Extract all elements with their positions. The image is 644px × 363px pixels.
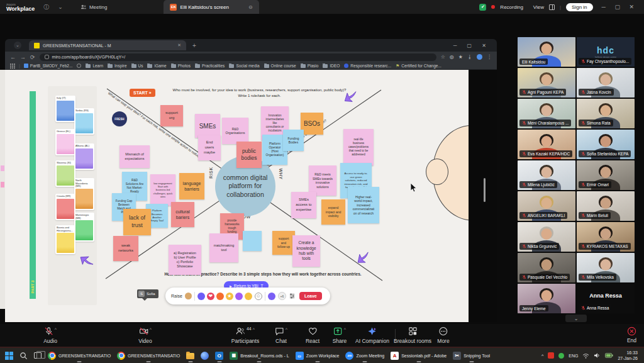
bookmark-star-icon[interactable]: ☆ bbox=[441, 54, 445, 60]
participant-tile[interactable]: KYRIAKOS METAXAS bbox=[577, 222, 635, 252]
sticky-note[interactable]: lack of trust bbox=[123, 209, 151, 235]
tab-shared-screen[interactable]: EK Elli Kaltsidou's screen ⊖ bbox=[164, 0, 258, 14]
more-button[interactable]: More bbox=[437, 327, 449, 344]
bookmark-item[interactable]: Social media bbox=[229, 64, 259, 68]
bookmark-item[interactable]: Responsible researc... bbox=[344, 64, 391, 68]
sticky-note[interactable]: Higher real- world impact, increased com… bbox=[348, 187, 379, 223]
participant-tile[interactable]: Sofia Stefanidou KEPA bbox=[577, 130, 635, 159]
sticky-note[interactable]: BSOs bbox=[301, 113, 323, 135]
filters-icon[interactable] bbox=[289, 293, 296, 299]
sticky-note[interactable]: Funding Bodies bbox=[283, 130, 304, 151]
browser-window-controls[interactable]: ─ ▢ ✕ bbox=[453, 43, 491, 48]
download-icon[interactable]: ⭳ bbox=[467, 54, 472, 60]
sticky-note[interactable]: low engagement Start with business-led c… bbox=[150, 174, 175, 206]
react-button[interactable]: React bbox=[306, 327, 319, 344]
browser-menu-icon[interactable]: ⋮ bbox=[487, 54, 492, 60]
participant-tile[interactable]: ANGELIKI BARAKLI bbox=[518, 191, 575, 221]
tab-close-icon[interactable]: ✕ bbox=[177, 43, 181, 48]
leave-button[interactable]: Leave bbox=[299, 292, 322, 300]
sticky-note[interactable]: cultural bariers bbox=[171, 202, 194, 227]
sticky-note[interactable]: SMEs bbox=[195, 114, 220, 138]
taskbar-outlook[interactable]: O bbox=[213, 349, 226, 362]
sign-in-button[interactable]: Sign in bbox=[566, 3, 592, 11]
taskbar-spreadsheet[interactable]: ▦Breakout_Rooms.ods - L bbox=[227, 349, 291, 362]
country-card[interactable]: Croatia (HR) bbox=[55, 194, 75, 220]
extensions-icon[interactable]: ◍ bbox=[450, 54, 454, 60]
sticky-note[interactable]: Create a knowledge hub with tools bbox=[292, 235, 320, 267]
reaction-emoji[interactable] bbox=[235, 293, 243, 300]
bookmark-item[interactable]: Photos bbox=[171, 64, 191, 68]
taskbar-chrome-2[interactable]: GREENSMEsTRANSATIO bbox=[114, 349, 182, 362]
participant-tile[interactable]: Agni Pagouni KEPA bbox=[518, 68, 575, 98]
country-card[interactable]: Slovenia (SI) bbox=[55, 160, 75, 187]
profile-avatar[interactable] bbox=[477, 54, 482, 60]
view-grid-icon[interactable] bbox=[549, 4, 555, 10]
tab-meeting[interactable]: Meeting bbox=[80, 4, 107, 10]
country-card[interactable]: North Macedonia (MK) bbox=[74, 178, 94, 210]
country-card[interactable]: Montenegro (ME) bbox=[74, 213, 94, 242]
participant-tile[interactable]: hdchellenic design centreFay Chrysanthop… bbox=[577, 37, 635, 67]
bookmark-item[interactable]: Us bbox=[131, 64, 143, 68]
tray-app-icon[interactable] bbox=[548, 352, 554, 359]
sticky-note[interactable]: R&D Organisations bbox=[222, 118, 248, 144]
window-controls[interactable]: ─ ▢ ✕ bbox=[602, 4, 638, 10]
sticky-note[interactable]: real-life business cases/problems that n… bbox=[343, 129, 374, 165]
info-icon[interactable]: ⓘ bbox=[43, 3, 49, 11]
task-view-button[interactable] bbox=[31, 349, 44, 362]
reload-icon[interactable]: ⟳ bbox=[30, 54, 35, 60]
search-button[interactable] bbox=[17, 349, 30, 362]
country-card[interactable]: Bosnia and Herzegovina... bbox=[55, 225, 75, 254]
new-tab-button[interactable]: + bbox=[192, 42, 196, 49]
emoji-picker-icon[interactable]: ☺ bbox=[255, 293, 262, 300]
miro-board[interactable]: PART 3 Italy (IT)Serbia (RS)Greece (EL)A… bbox=[5, 70, 497, 322]
chat-button[interactable]: ^ Chat bbox=[275, 327, 287, 344]
country-card[interactable]: Albania (AL) bbox=[74, 143, 94, 170]
sticky-note[interactable]: matchmaking tool bbox=[209, 233, 238, 262]
sticky-note[interactable]: End users maybe bbox=[198, 135, 221, 160]
gallery-collapse-button[interactable]: ⌄ bbox=[565, 315, 587, 322]
participants-button[interactable]: 44 ^ Participants bbox=[231, 327, 259, 344]
participant-tile[interactable]: Jasna Kovcin bbox=[577, 68, 635, 98]
reaction-emoji[interactable]: ★ bbox=[226, 293, 233, 300]
participant-tile[interactable]: Jenny Eleme bbox=[518, 284, 575, 313]
tray-expand-chevron[interactable]: ^ bbox=[541, 354, 543, 358]
taskbar-chrome-1[interactable]: GREENSMEsTRANSATIO bbox=[45, 349, 113, 362]
forward-icon[interactable]: → bbox=[20, 54, 26, 60]
tab-search-icon[interactable]: ⌄ bbox=[14, 42, 21, 49]
sticky-note[interactable]: SMEs access to expertise bbox=[291, 192, 316, 218]
breakout-rooms-button[interactable]: Breakout rooms bbox=[394, 327, 431, 344]
url-input[interactable]: miro.com/app/board/uXjVGPH0LqY=/ bbox=[40, 53, 436, 61]
sticky-note[interactable]: public bodies bbox=[236, 142, 262, 168]
taskbar-zoom-workplace[interactable]: ▭Zoom Workplace bbox=[293, 349, 342, 362]
participant-tile[interactable]: Pasquale Del Vecchio bbox=[518, 253, 575, 282]
site-info-icon[interactable] bbox=[45, 55, 49, 59]
bookmark-item[interactable]: ⚑Certified for Change... bbox=[396, 64, 441, 69]
audio-button[interactable]: ^ Audio bbox=[43, 327, 57, 344]
security-shield-icon[interactable]: ✔ bbox=[479, 4, 486, 11]
sticky-note[interactable]: R&D meets SMEs towards innovative soluti… bbox=[309, 165, 336, 196]
reaction-emoji[interactable] bbox=[245, 293, 252, 300]
reaction-emoji[interactable]: ❤ bbox=[207, 293, 214, 300]
participant-tile[interactable]: Eva Kazaki KEPA/HDC bbox=[518, 130, 575, 159]
taskbar-copilot[interactable] bbox=[198, 349, 211, 362]
bookmark-item[interactable] bbox=[77, 64, 81, 68]
bookmark-item[interactable]: Practicalities bbox=[195, 64, 225, 68]
start-button[interactable] bbox=[3, 349, 16, 362]
bookmark-item[interactable]: Online course bbox=[264, 64, 296, 68]
more-collaborators-count[interactable]: +6 bbox=[278, 292, 286, 300]
wifi-icon[interactable] bbox=[582, 353, 589, 359]
bookmark-item[interactable]: Inspire bbox=[108, 64, 127, 68]
speaker-icon[interactable] bbox=[594, 352, 601, 359]
sticky-note[interactable]: support and follow-up bbox=[272, 231, 295, 255]
participant-tile[interactable]: Milena Ljubičić bbox=[518, 160, 575, 190]
chevron-down-icon[interactable]: ⌄ bbox=[58, 4, 63, 10]
participant-tile[interactable]: Marin Beluli bbox=[577, 191, 635, 221]
taskbar-zoom-meeting[interactable]: zmZoom Meeting bbox=[343, 349, 387, 362]
battery-icon[interactable] bbox=[605, 353, 613, 358]
sticky-note[interactable]: support org bbox=[160, 105, 183, 126]
raise-button[interactable]: Raise bbox=[171, 294, 182, 298]
audio-options-chevron[interactable]: ^ bbox=[55, 327, 57, 332]
tab-more-icon[interactable]: ⊖ bbox=[248, 4, 253, 10]
bookmark-item[interactable]: Piasio bbox=[301, 64, 319, 68]
fist-icon[interactable] bbox=[185, 293, 192, 299]
